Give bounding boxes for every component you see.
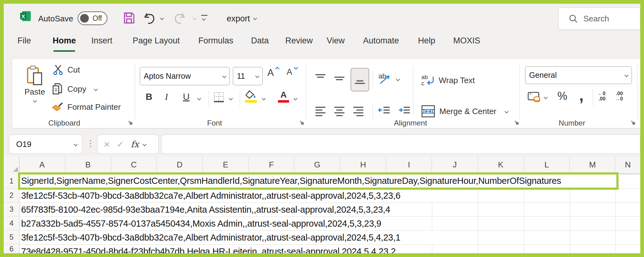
tab-view[interactable]: View	[327, 36, 345, 46]
row-header-5[interactable]: 5	[4, 230, 20, 244]
row-header-6[interactable]: 6	[4, 244, 20, 253]
column-header-L[interactable]: L	[524, 157, 570, 173]
formula-bar-dropdown-icon[interactable]	[143, 142, 147, 146]
font-size-combo[interactable]: 11	[233, 67, 263, 85]
bold-button[interactable]: B	[146, 91, 152, 102]
copy-dropdown-icon[interactable]	[94, 87, 98, 91]
formula-input[interactable]	[161, 135, 640, 154]
row-header-1[interactable]: 1	[4, 174, 20, 188]
undo-button[interactable]	[144, 12, 157, 25]
document-title[interactable]: export	[227, 14, 250, 24]
row-header-4[interactable]: 4	[4, 216, 20, 230]
title-dropdown-icon[interactable]	[253, 16, 257, 20]
column-header-C[interactable]: C	[111, 157, 157, 173]
grow-font-button[interactable]: A	[267, 67, 274, 78]
fill-color-button[interactable]	[245, 90, 257, 103]
tab-help[interactable]: Help	[418, 36, 435, 46]
fill-color-dropdown-icon[interactable]	[262, 96, 266, 100]
decrease-decimal-button[interactable]: .00→0	[615, 91, 623, 101]
insert-function-button[interactable]: fx	[131, 139, 139, 149]
decrease-indent-button[interactable]	[378, 106, 390, 117]
column-header-D[interactable]: D	[157, 157, 203, 173]
column-header-K[interactable]: K	[478, 157, 524, 173]
merge-center-dropdown-icon[interactable]	[505, 109, 509, 113]
cell-row-6-text[interactable]: 73e8d428-9571-450d-8bd4-f23bfcb4b7db,Hel…	[21, 246, 396, 253]
accounting-format-button[interactable]	[528, 91, 541, 103]
cell-row-2-text[interactable]: 3fe12c5f-53cb-407b-9bcd-3a8dbb32ca7e,Alb…	[21, 191, 401, 201]
wrap-text-button[interactable]: ab c Wrap Text	[421, 74, 475, 86]
autosave-toggle[interactable]: Off	[78, 11, 107, 25]
increase-indent-button[interactable]	[398, 106, 410, 117]
top-align-button[interactable]	[315, 73, 326, 84]
column-header-A[interactable]: A	[19, 157, 65, 173]
font-dialog-launcher-icon[interactable]	[298, 119, 305, 126]
italic-button[interactable]: I	[165, 91, 168, 102]
copy-button[interactable]: Copy	[52, 83, 97, 95]
tab-insert[interactable]: Insert	[91, 36, 112, 46]
comma-style-button[interactable]: ,	[579, 86, 583, 104]
merge-center-button[interactable]: Merge & Center	[421, 105, 508, 117]
formula-bar-splitter[interactable]: ⋮	[86, 138, 95, 148]
column-header-F[interactable]: F	[249, 157, 294, 173]
middle-align-button[interactable]	[334, 73, 345, 84]
align-left-button[interactable]	[315, 106, 326, 117]
font-color-dropdown-icon[interactable]	[293, 96, 297, 100]
row-header-3[interactable]: 3	[4, 202, 20, 216]
tab-page-layout[interactable]: Page Layout	[133, 36, 180, 46]
font-name-dropdown-icon[interactable]	[222, 74, 226, 78]
font-size-dropdown-icon[interactable]	[255, 74, 259, 78]
accounting-dropdown-icon[interactable]	[544, 95, 548, 99]
column-header-J[interactable]: J	[432, 157, 478, 173]
orientation-dropdown-icon[interactable]	[396, 77, 400, 81]
font-name-combo[interactable]: Aptos Narrow	[140, 67, 230, 85]
underline-dropdown-icon[interactable]	[197, 96, 201, 100]
column-header-B[interactable]: B	[65, 157, 111, 173]
orientation-button[interactable]: ab	[378, 72, 392, 85]
column-header-M[interactable]: M	[570, 157, 615, 173]
cell-row-4-text[interactable]: b27a332b-5ad5-4557-8574-0137a5450434,Mox…	[21, 219, 381, 229]
cell-row-5-text[interactable]: 3fe12c5f-53cb-407b-9bcd-3a8dbb32ca7e,Alb…	[21, 233, 401, 243]
format-painter-button[interactable]: Format Painter	[52, 101, 121, 113]
tab-home[interactable]: Home	[52, 36, 76, 46]
clipboard-dialog-launcher-icon[interactable]	[127, 119, 133, 126]
align-center-button[interactable]	[334, 106, 345, 117]
paste-dropdown-icon[interactable]	[33, 99, 37, 103]
number-dialog-launcher-icon[interactable]	[630, 119, 636, 126]
number-format-combo[interactable]: General	[525, 66, 632, 84]
name-box[interactable]: O19	[9, 135, 82, 154]
borders-button[interactable]	[213, 91, 224, 103]
name-box-dropdown-icon[interactable]	[74, 142, 78, 146]
tab-moxis[interactable]: MOXIS	[453, 36, 480, 46]
tab-file[interactable]: File	[17, 36, 31, 46]
quick-access-more-icon[interactable]	[201, 15, 207, 21]
cut-button[interactable]: Cut	[53, 64, 80, 75]
borders-dropdown-icon[interactable]	[229, 96, 233, 100]
align-right-button[interactable]	[353, 106, 364, 117]
column-header-H[interactable]: H	[340, 157, 386, 173]
select-all-corner[interactable]	[4, 157, 20, 173]
increase-decimal-button[interactable]: ←0.00	[598, 91, 605, 101]
tab-automate[interactable]: Automate	[363, 36, 399, 46]
row-header-2[interactable]: 2	[4, 188, 20, 202]
cell-row-1-text[interactable]: SignerId,SignerName,SignerCostCenter,Qrs…	[21, 176, 561, 186]
underline-button[interactable]: U	[183, 91, 190, 102]
save-icon[interactable]	[123, 12, 135, 24]
shrink-font-button[interactable]: A	[287, 67, 292, 77]
column-header-E[interactable]: E	[203, 157, 249, 173]
tab-data[interactable]: Data	[251, 36, 269, 46]
search-box[interactable]: Search	[558, 7, 640, 30]
undo-dropdown-icon[interactable]	[160, 16, 164, 20]
alignment-dialog-launcher-icon[interactable]	[513, 119, 519, 126]
tab-review[interactable]: Review	[285, 36, 313, 46]
font-name-value: Aptos Narrow	[144, 72, 223, 81]
number-format-dropdown-icon[interactable]	[624, 73, 628, 77]
paste-button[interactable]: Paste	[23, 64, 46, 111]
column-header-N[interactable]: N	[615, 157, 640, 173]
font-color-button[interactable]: A	[278, 90, 289, 103]
column-header-I[interactable]: I	[386, 157, 432, 173]
tab-formulas[interactable]: Formulas	[198, 36, 234, 46]
bottom-align-button-selected[interactable]	[351, 68, 369, 91]
column-header-G[interactable]: G	[294, 157, 340, 173]
cell-row-3-text[interactable]: 65f783f5-8100-42ec-985d-93e3baa7194e,Ani…	[21, 205, 390, 215]
percent-style-button[interactable]: %	[557, 90, 567, 103]
